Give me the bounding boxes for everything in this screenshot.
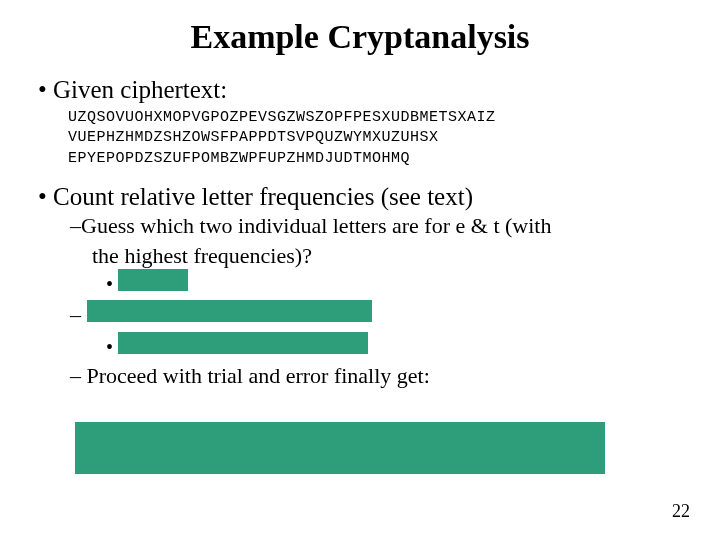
sub-sub-bullet-masked-c (106, 332, 690, 359)
bullet-given-ciphertext: Given ciphertext: (38, 76, 690, 104)
sub-bullet-guess: Guess which two individual letters are f… (70, 213, 690, 239)
guess-text-line1: Guess which two individual letters are f… (81, 213, 551, 239)
slide: Example Cryptanalysis Given ciphertext: … (0, 0, 720, 540)
redaction-block (118, 269, 188, 291)
ciphertext-line-1: UZQSOVUOHXMOPVGPOZPEVSGZWSZOPFPESXUDBMET… (68, 108, 690, 128)
ciphertext-line-3: EPYEPOPDZSZUFPOMBZWPFUPZHMDJUDTMOHMQ (68, 149, 690, 169)
sub-bullet-masked-b (70, 300, 690, 328)
page-number: 22 (672, 501, 690, 522)
sub-bullet-proceed: Proceed with trial and error finally get… (70, 363, 690, 389)
sub-sub-bullet-masked-a (106, 269, 690, 296)
ciphertext-line-2: VUEPHZHMDZSHZOWSFPAPPDTSVPQUZWYMXUZUHSX (68, 128, 690, 148)
redaction-block (118, 332, 368, 354)
ciphertext-block: UZQSOVUOHXMOPVGPOZPEVSGZWSZOPFPESXUDBMET… (68, 108, 690, 169)
redaction-block (87, 300, 372, 322)
redaction-block-answer (75, 422, 605, 474)
slide-title: Example Cryptanalysis (30, 18, 690, 56)
bullet-count-frequencies: Count relative letter frequencies (see t… (38, 183, 690, 211)
guess-text-line2: the highest frequencies)? (92, 243, 690, 269)
